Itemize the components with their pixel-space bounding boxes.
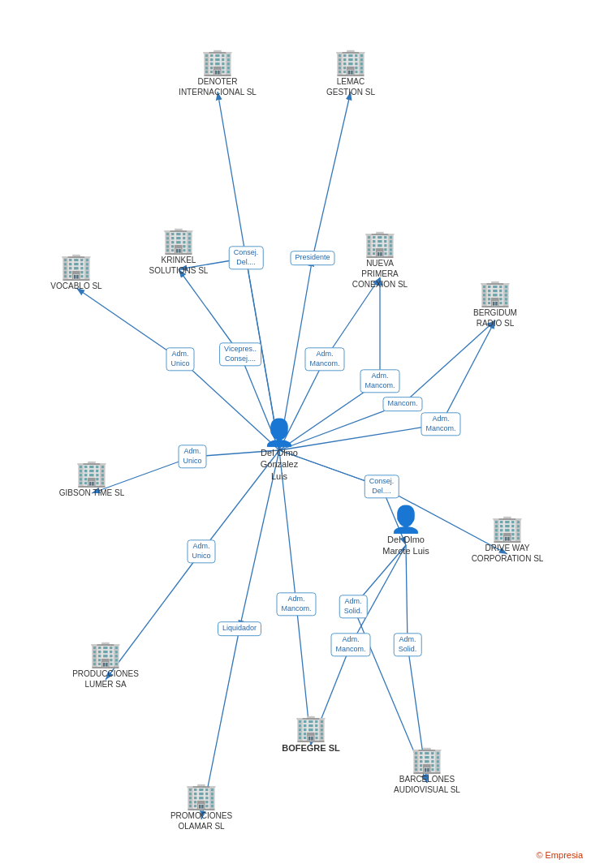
node-driveway: 🏢 DRIVE WAYCORPORATION SL <box>472 515 544 564</box>
building-icon-gibson: 🏢 <box>75 460 108 486</box>
svg-line-18 <box>441 320 495 424</box>
label-gibson: GIBSON TIME SL <box>59 488 124 498</box>
badge-adm-mancom4: Adm.Mancom. <box>276 592 316 616</box>
svg-line-2 <box>218 92 246 258</box>
label-olamar: PROMOCIONESOLAMAR SL <box>170 810 232 831</box>
svg-line-33 <box>406 545 408 645</box>
svg-line-17 <box>279 424 441 450</box>
svg-line-10 <box>76 288 180 359</box>
label-lemac: LEMACGESTION SL <box>326 76 375 97</box>
person-icon-second: 👤 <box>390 506 422 532</box>
badge-adm-mancom1: Adm.Mancom. <box>304 347 344 371</box>
node-center-person: 👤 Del OlmoGonzalezLuis <box>261 419 298 482</box>
node-denoter: 🏢 DENOTERINTERNACIONAL SL <box>179 49 257 97</box>
building-icon-krinkel: 🏢 <box>162 227 195 253</box>
badge-adm-mancom5: Adm.Mancom. <box>330 633 370 656</box>
node-barcelones: 🏢 BARCELONESAUDIOVISUAL SL <box>394 746 460 795</box>
badge-adm-unico1: Adm.Unico <box>166 347 194 371</box>
badge-liquidador: Liquidador <box>218 621 261 636</box>
node-olamar: 🏢 PROMOCIONESOLAMAR SL <box>170 783 232 831</box>
label-center-person: Del OlmoGonzalezLuis <box>261 447 298 482</box>
node-producciones: 🏢 PRODUCCIONESLUMER SA <box>72 641 139 690</box>
node-lemac: 🏢 LEMACGESTION SL <box>326 49 375 97</box>
label-producciones: PRODUCCIONESLUMER SA <box>72 668 139 690</box>
building-icon-olamar: 🏢 <box>185 783 218 809</box>
node-second-person: 👤 Del OlmoMarote Luis <box>382 506 429 557</box>
label-nueva: NUEVAPRIMERACONEXION SL <box>352 258 408 290</box>
building-icon-bofegre: 🏢 <box>295 715 327 741</box>
svg-line-16 <box>403 320 495 404</box>
building-icon-producciones: 🏢 <box>89 641 122 667</box>
label-driveway: DRIVE WAYCORPORATION SL <box>472 543 544 564</box>
building-icon-vocablo: 🏢 <box>60 253 93 279</box>
node-krinkel: 🏢 KRINKELSOLUTIONS SL <box>149 227 209 276</box>
badge-adm-solid2: Adm.Solid. <box>394 633 422 656</box>
badge-mancom: Mancom. <box>382 397 422 411</box>
badge-consej1: Consej.Del.... <box>229 246 264 269</box>
badge-presidente: Presidente <box>290 251 334 265</box>
copyright: © Empresia <box>536 850 583 860</box>
node-bofegre: 🏢 BOFEGRE SL <box>282 715 340 754</box>
label-bofegre: BOFEGRE SL <box>282 742 340 754</box>
badge-adm-mancom2: Adm.Mancom. <box>360 369 399 393</box>
building-icon-bergidum: 🏢 <box>479 280 511 306</box>
label-barcelones: BARCELONESAUDIOVISUAL SL <box>394 774 460 795</box>
label-bergidum: BERGIDUMRADIO SL <box>473 307 517 329</box>
label-vocablo: VOCABLO SL <box>50 281 101 291</box>
node-nueva: 🏢 NUEVAPRIMERACONEXION SL <box>352 230 408 290</box>
building-icon-barcelones: 🏢 <box>411 746 443 772</box>
svg-line-4 <box>313 92 351 258</box>
label-krinkel: KRINKELSOLUTIONS SL <box>149 255 209 276</box>
person-icon-center: 👤 <box>263 419 296 445</box>
diagram-container: 🏢 DENOTERINTERNACIONAL SL 🏢 LEMACGESTION… <box>0 0 591 868</box>
label-second-person: Del OlmoMarote Luis <box>382 534 429 557</box>
badge-viceprес: Vicepres..Consej.... <box>219 342 261 366</box>
badge-adm-solid1: Adm.Solid. <box>339 595 368 618</box>
node-gibson: 🏢 GIBSON TIME SL <box>59 460 124 498</box>
badge-adm-unico2: Adm.Unico <box>178 445 206 468</box>
badge-adm-unico3: Adm.Unico <box>187 539 215 563</box>
label-denoter: DENOTERINTERNACIONAL SL <box>179 76 257 97</box>
node-bergidum: 🏢 BERGIDUMRADIO SL <box>473 280 517 329</box>
svg-line-8 <box>179 269 240 355</box>
badge-adm-mancom3: Adm.Mancom. <box>421 412 460 436</box>
building-icon-lemac: 🏢 <box>334 49 367 75</box>
badge-consej2: Consej.Del.... <box>365 475 399 498</box>
building-icon-driveway: 🏢 <box>491 515 524 541</box>
building-icon-nueva: 🏢 <box>364 230 396 256</box>
node-vocablo: 🏢 VOCABLO SL <box>50 253 101 291</box>
building-icon-denoter: 🏢 <box>201 49 234 75</box>
